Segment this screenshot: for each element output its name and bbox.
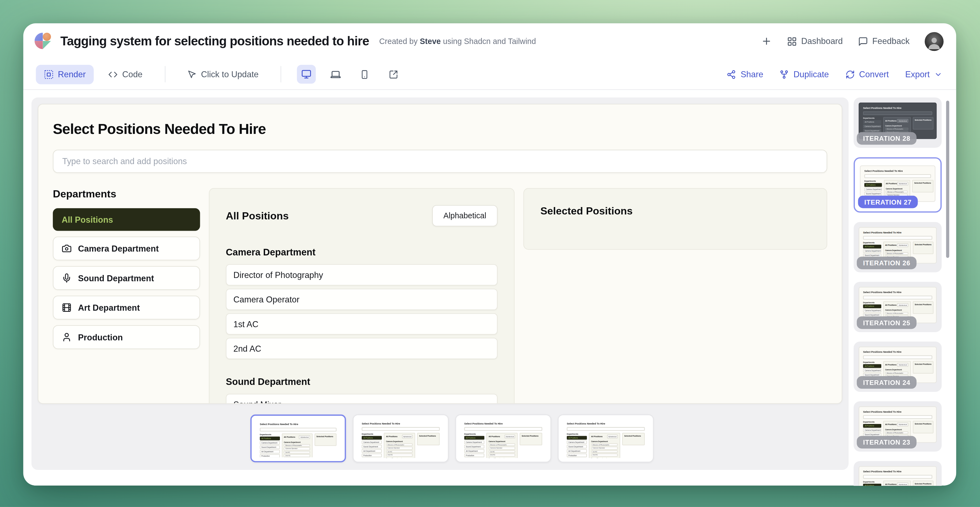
m-pill: All Positions [260, 437, 280, 440]
iteration-card-iteration-28[interactable]: Select Positions Needed To HireDepartmen… [854, 98, 942, 148]
m-p3: Selected Positions [912, 180, 933, 192]
render-tab[interactable]: Render [36, 64, 94, 84]
m-lbl: Departments [863, 420, 881, 423]
department-button-production[interactable]: Production [53, 325, 200, 349]
selected-positions-heading: Selected Positions [540, 205, 810, 217]
path [763, 38, 769, 45]
m-sec: Sound Department [591, 458, 618, 458]
position-row[interactable]: 1st AC [226, 313, 498, 335]
duplicate-button[interactable]: Duplicate [780, 70, 829, 79]
m-pill: Camera Department [260, 441, 280, 445]
rect [788, 37, 791, 40]
m-title: Select Positions Needed To Hire [863, 470, 932, 473]
m-sec: Camera Department [885, 124, 908, 127]
m-sec: Camera Department [591, 440, 618, 443]
open-preview-button[interactable] [384, 65, 403, 84]
m-ph: All PositionsAlphabetical [885, 243, 908, 247]
iteration-card-iteration-24[interactable]: Select Positions Needed To HireDepartmen… [854, 342, 942, 392]
version-thumbnail-1[interactable]: Select Positions Needed To HireDepartmen… [250, 415, 346, 462]
m-ph: All PositionsAlphabetical [885, 363, 908, 367]
section-title: Camera Department [226, 246, 498, 257]
convert-button[interactable]: Convert [845, 70, 889, 79]
click-to-update-button[interactable]: Click to Update [179, 64, 267, 84]
version-thumbnail-4[interactable]: Select Positions Needed To HireDepartmen… [558, 415, 654, 462]
m-title: Select Positions Needed To Hire [863, 410, 932, 413]
sidebar-scrollbar[interactable] [946, 101, 949, 258]
alphabetical-sort-button[interactable]: Alphabetical [432, 205, 498, 227]
svg [62, 273, 72, 283]
m-lbl: Departments [260, 433, 280, 435]
m-pill: All Positions [863, 484, 881, 486]
camera-icon [62, 243, 72, 253]
m-btn: Alphabetical [299, 435, 310, 439]
m-title: Select Positions Needed To Hire [567, 422, 645, 425]
path [63, 304, 70, 311]
desktop-view-button[interactable] [297, 65, 316, 84]
magicpatterns-logo[interactable] [35, 33, 52, 50]
new-project-button[interactable] [761, 36, 772, 46]
dashboard-button[interactable]: Dashboard [787, 36, 843, 46]
person-photo [927, 35, 942, 51]
department-button-all-positions[interactable]: All Positions [53, 208, 200, 231]
share-label: Share [740, 70, 763, 79]
m-sec: Camera Department [386, 440, 413, 443]
iteration-card-iteration-27[interactable]: Select Positions Needed To HireDepartmen… [854, 157, 942, 213]
share-button[interactable]: Share [727, 70, 763, 79]
mini-app-thumbnail: Select Positions Needed To HireDepartmen… [461, 419, 546, 458]
fork-icon [780, 70, 789, 79]
position-row[interactable]: Camera Operator [226, 289, 498, 310]
department-button-art-department[interactable]: Art Department [53, 296, 200, 319]
position-row[interactable]: 2nd AC [226, 338, 498, 359]
m-p3: Selected Positions [913, 117, 934, 129]
m-p3: Selected Positions [913, 420, 934, 433]
render-label: Render [58, 70, 86, 79]
mobile-view-button[interactable] [355, 65, 374, 84]
feedback-button[interactable]: Feedback [858, 36, 910, 46]
user-avatar[interactable] [925, 32, 944, 51]
m-panel: All PositionsAlphabeticalCamera Departme… [384, 432, 415, 458]
iteration-card-iteration-23[interactable]: Select Positions Needed To HireDepartmen… [854, 401, 942, 452]
iterations-sidebar: Select Positions Needed To HireDepartmen… [854, 98, 942, 486]
m-pill: Art Department [464, 449, 485, 453]
iteration-card-iteration-26[interactable]: Select Positions Needed To HireDepartmen… [854, 222, 942, 272]
m-sec: Camera Department [885, 249, 908, 251]
department-button-sound-department[interactable]: Sound Department [53, 266, 200, 290]
position-search-input[interactable] [53, 149, 827, 173]
laptop-view-button[interactable] [326, 65, 345, 84]
m-c3: Selected Positions [417, 432, 440, 458]
version-thumbnail-3[interactable]: Select Positions Needed To HireDepartmen… [455, 415, 551, 462]
share-icon [727, 70, 736, 79]
m-row: Director of Photography [885, 431, 908, 434]
byline-author: Steve [420, 37, 441, 46]
m-c3: Selected Positions [519, 432, 542, 458]
m-search [260, 427, 337, 431]
export-button[interactable]: Export [905, 70, 942, 79]
code-tab[interactable]: Code [100, 64, 151, 84]
iteration-card-partial[interactable]: Select Positions Needed To HireDepartmen… [854, 461, 942, 486]
departments-heading: Departments [53, 188, 200, 200]
position-row[interactable]: Director of Photography [226, 264, 498, 286]
code-icon [108, 70, 118, 79]
position-row[interactable]: Sound Mixer [226, 394, 498, 404]
mini-app-thumbnail: Select Positions Needed To HireDepartmen… [256, 420, 340, 457]
m-pill: All Positions [863, 364, 881, 368]
department-button-camera-department[interactable]: Camera Department [53, 237, 200, 261]
m-row: Director of Photography [885, 127, 908, 130]
app-preview-card: Select Positions Needed To Hire Departme… [38, 104, 842, 404]
m-c3: Selected Positions [622, 432, 645, 458]
version-thumbnail-2[interactable]: Select Positions Needed To HireDepartmen… [353, 415, 449, 462]
b: All Positions [885, 423, 897, 426]
m-c2: All PositionsAlphabeticalCamera Departme… [384, 432, 415, 458]
iteration-card-iteration-25[interactable]: Select Positions Needed To HireDepartmen… [854, 282, 942, 332]
m-ph: All PositionsAlphabetical [886, 182, 908, 186]
m-c1: DepartmentsAll PositionsCamera Departmen… [260, 433, 280, 457]
m-pill: Camera Department [464, 440, 485, 444]
m-title: Select Positions Needed To Hire [863, 106, 932, 110]
m-pill: All Positions [361, 436, 382, 439]
m-cols: DepartmentsAll PositionsCamera Departmen… [361, 432, 440, 458]
m-search [863, 475, 932, 478]
all-positions-panel: All Positions Alphabetical Camera Depart… [209, 188, 515, 404]
m-lbl: Departments [863, 117, 881, 119]
render-frame-icon [44, 70, 53, 79]
m-row: 1st AC [386, 450, 413, 453]
